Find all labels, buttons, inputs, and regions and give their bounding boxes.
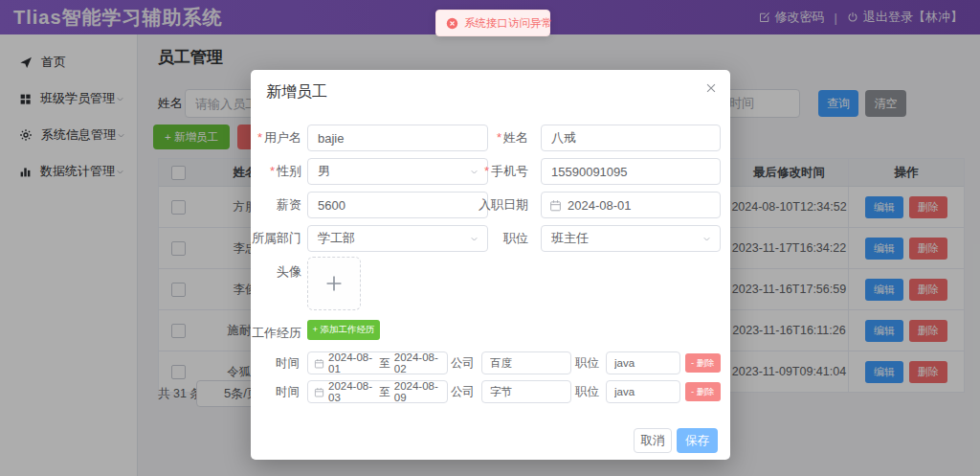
- work-position-input[interactable]: [606, 351, 680, 374]
- work-time-label: 时间: [251, 380, 300, 403]
- work-start-date: 2024-08-03: [328, 380, 375, 403]
- gender-select[interactable]: 男: [307, 158, 488, 185]
- work-company-label: 公司: [451, 351, 478, 374]
- name-input[interactable]: [541, 125, 721, 151]
- department-label: 所属部门: [251, 225, 301, 252]
- work-date-separator: 至: [379, 385, 390, 399]
- save-button[interactable]: 保存: [677, 428, 718, 453]
- remove-work-exp-button[interactable]: - 删除: [685, 353, 721, 373]
- calendar-icon: [314, 387, 324, 397]
- work-time-label: 时间: [251, 351, 300, 374]
- error-toast: 系统接口访问异常: [435, 10, 550, 36]
- work-date-range[interactable]: 2024-08-01 至 2024-08-02: [307, 351, 448, 374]
- entry-date-picker[interactable]: 2024-08-01: [541, 192, 721, 218]
- add-work-exp-button[interactable]: + 添加工作经历: [307, 320, 380, 340]
- work-end-date: 2024-08-02: [394, 351, 441, 374]
- work-start-date: 2024-08-01: [328, 351, 375, 374]
- position-value: 班主任: [551, 230, 589, 247]
- chevron-down-icon: [702, 234, 712, 244]
- phone-label: *手机号: [471, 158, 528, 185]
- error-circle-icon: [446, 17, 458, 30]
- add-employee-modal: 新增员工 *用户名 *姓名 *性别 男 *手机号 薪资 入职日期: [251, 70, 730, 460]
- modal-title: 新增员工: [266, 82, 327, 102]
- department-select[interactable]: 学工部: [307, 225, 488, 252]
- work-position-label: 职位: [575, 351, 602, 374]
- cancel-button[interactable]: 取消: [634, 428, 672, 453]
- gender-value: 男: [318, 163, 330, 180]
- salary-label: 薪资: [251, 192, 301, 218]
- position-label: 职位: [471, 225, 528, 252]
- salary-input[interactable]: [307, 192, 488, 218]
- entry-date-value: 2024-08-01: [568, 198, 632, 213]
- toast-message: 系统接口访问异常: [464, 16, 552, 31]
- plus-icon: [322, 271, 346, 296]
- work-company-label: 公司: [451, 380, 478, 403]
- entry-date-label: 入职日期: [471, 192, 528, 218]
- work-date-range[interactable]: 2024-08-03 至 2024-08-09: [307, 380, 448, 403]
- avatar-upload[interactable]: [307, 257, 361, 310]
- phone-input[interactable]: [541, 158, 721, 185]
- work-position-input[interactable]: [606, 380, 680, 403]
- position-select[interactable]: 班主任: [541, 225, 721, 252]
- remove-work-exp-button[interactable]: - 删除: [685, 382, 721, 401]
- work-position-label: 职位: [575, 380, 602, 403]
- close-icon[interactable]: [704, 81, 718, 95]
- calendar-icon: [549, 199, 562, 212]
- work-company-input[interactable]: [481, 380, 571, 403]
- username-input[interactable]: [307, 125, 488, 151]
- work-date-separator: 至: [379, 356, 390, 371]
- work-end-date: 2024-08-09: [394, 380, 441, 403]
- department-value: 学工部: [318, 230, 355, 247]
- username-label: *用户名: [251, 125, 301, 151]
- work-company-input[interactable]: [481, 351, 571, 374]
- gender-label: *性别: [251, 158, 301, 185]
- avatar-label: 头像: [251, 259, 301, 285]
- calendar-icon: [314, 358, 324, 369]
- name-label: *姓名: [471, 125, 528, 151]
- app-root: Tlias智能学习辅助系统 修改密码 | 退出登录【林冲】 首页: [0, 0, 980, 476]
- work-exp-label: 工作经历: [251, 320, 301, 347]
